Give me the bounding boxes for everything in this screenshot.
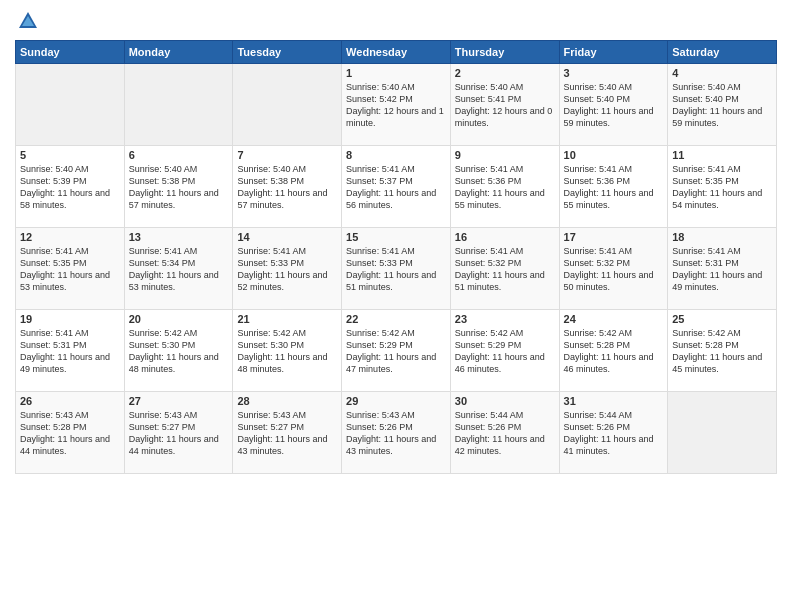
calendar-cell: 22Sunrise: 5:42 AMSunset: 5:29 PMDayligh… bbox=[342, 310, 451, 392]
day-number: 2 bbox=[455, 67, 555, 79]
weekday-header-wednesday: Wednesday bbox=[342, 41, 451, 64]
calendar-cell: 29Sunrise: 5:43 AMSunset: 5:26 PMDayligh… bbox=[342, 392, 451, 474]
day-number: 10 bbox=[564, 149, 664, 161]
day-info: Sunrise: 5:41 AMSunset: 5:31 PMDaylight:… bbox=[20, 328, 110, 374]
weekday-header-friday: Friday bbox=[559, 41, 668, 64]
calendar-cell: 28Sunrise: 5:43 AMSunset: 5:27 PMDayligh… bbox=[233, 392, 342, 474]
weekday-header-tuesday: Tuesday bbox=[233, 41, 342, 64]
day-info: Sunrise: 5:40 AMSunset: 5:42 PMDaylight:… bbox=[346, 82, 444, 128]
calendar-cell: 18Sunrise: 5:41 AMSunset: 5:31 PMDayligh… bbox=[668, 228, 777, 310]
day-number: 30 bbox=[455, 395, 555, 407]
calendar-cell: 1Sunrise: 5:40 AMSunset: 5:42 PMDaylight… bbox=[342, 64, 451, 146]
day-number: 18 bbox=[672, 231, 772, 243]
calendar-cell: 14Sunrise: 5:41 AMSunset: 5:33 PMDayligh… bbox=[233, 228, 342, 310]
day-info: Sunrise: 5:41 AMSunset: 5:32 PMDaylight:… bbox=[455, 246, 545, 292]
weekday-header-row: SundayMondayTuesdayWednesdayThursdayFrid… bbox=[16, 41, 777, 64]
day-info: Sunrise: 5:41 AMSunset: 5:32 PMDaylight:… bbox=[564, 246, 654, 292]
day-number: 6 bbox=[129, 149, 229, 161]
calendar-table: SundayMondayTuesdayWednesdayThursdayFrid… bbox=[15, 40, 777, 474]
calendar-cell: 10Sunrise: 5:41 AMSunset: 5:36 PMDayligh… bbox=[559, 146, 668, 228]
calendar-cell: 20Sunrise: 5:42 AMSunset: 5:30 PMDayligh… bbox=[124, 310, 233, 392]
calendar-cell: 6Sunrise: 5:40 AMSunset: 5:38 PMDaylight… bbox=[124, 146, 233, 228]
day-info: Sunrise: 5:41 AMSunset: 5:31 PMDaylight:… bbox=[672, 246, 762, 292]
calendar-cell: 21Sunrise: 5:42 AMSunset: 5:30 PMDayligh… bbox=[233, 310, 342, 392]
calendar-cell: 16Sunrise: 5:41 AMSunset: 5:32 PMDayligh… bbox=[450, 228, 559, 310]
day-info: Sunrise: 5:42 AMSunset: 5:28 PMDaylight:… bbox=[564, 328, 654, 374]
calendar-cell: 5Sunrise: 5:40 AMSunset: 5:39 PMDaylight… bbox=[16, 146, 125, 228]
calendar-week-2: 5Sunrise: 5:40 AMSunset: 5:39 PMDaylight… bbox=[16, 146, 777, 228]
day-number: 15 bbox=[346, 231, 446, 243]
day-number: 16 bbox=[455, 231, 555, 243]
day-number: 21 bbox=[237, 313, 337, 325]
day-info: Sunrise: 5:41 AMSunset: 5:36 PMDaylight:… bbox=[564, 164, 654, 210]
day-number: 22 bbox=[346, 313, 446, 325]
day-number: 9 bbox=[455, 149, 555, 161]
day-info: Sunrise: 5:40 AMSunset: 5:41 PMDaylight:… bbox=[455, 82, 553, 128]
calendar-cell: 7Sunrise: 5:40 AMSunset: 5:38 PMDaylight… bbox=[233, 146, 342, 228]
day-number: 17 bbox=[564, 231, 664, 243]
calendar-cell: 3Sunrise: 5:40 AMSunset: 5:40 PMDaylight… bbox=[559, 64, 668, 146]
calendar-cell: 8Sunrise: 5:41 AMSunset: 5:37 PMDaylight… bbox=[342, 146, 451, 228]
day-number: 19 bbox=[20, 313, 120, 325]
weekday-header-sunday: Sunday bbox=[16, 41, 125, 64]
calendar-cell: 25Sunrise: 5:42 AMSunset: 5:28 PMDayligh… bbox=[668, 310, 777, 392]
day-number: 26 bbox=[20, 395, 120, 407]
calendar-cell: 23Sunrise: 5:42 AMSunset: 5:29 PMDayligh… bbox=[450, 310, 559, 392]
day-info: Sunrise: 5:40 AMSunset: 5:40 PMDaylight:… bbox=[564, 82, 654, 128]
day-number: 25 bbox=[672, 313, 772, 325]
day-info: Sunrise: 5:41 AMSunset: 5:35 PMDaylight:… bbox=[20, 246, 110, 292]
day-info: Sunrise: 5:43 AMSunset: 5:27 PMDaylight:… bbox=[129, 410, 219, 456]
calendar-week-4: 19Sunrise: 5:41 AMSunset: 5:31 PMDayligh… bbox=[16, 310, 777, 392]
day-number: 28 bbox=[237, 395, 337, 407]
day-number: 11 bbox=[672, 149, 772, 161]
calendar-cell: 24Sunrise: 5:42 AMSunset: 5:28 PMDayligh… bbox=[559, 310, 668, 392]
day-number: 13 bbox=[129, 231, 229, 243]
day-info: Sunrise: 5:41 AMSunset: 5:33 PMDaylight:… bbox=[237, 246, 327, 292]
calendar-cell: 11Sunrise: 5:41 AMSunset: 5:35 PMDayligh… bbox=[668, 146, 777, 228]
calendar-cell: 17Sunrise: 5:41 AMSunset: 5:32 PMDayligh… bbox=[559, 228, 668, 310]
calendar-cell: 30Sunrise: 5:44 AMSunset: 5:26 PMDayligh… bbox=[450, 392, 559, 474]
calendar-cell bbox=[124, 64, 233, 146]
day-info: Sunrise: 5:44 AMSunset: 5:26 PMDaylight:… bbox=[564, 410, 654, 456]
day-number: 27 bbox=[129, 395, 229, 407]
day-info: Sunrise: 5:43 AMSunset: 5:27 PMDaylight:… bbox=[237, 410, 327, 456]
day-number: 23 bbox=[455, 313, 555, 325]
calendar-week-1: 1Sunrise: 5:40 AMSunset: 5:42 PMDaylight… bbox=[16, 64, 777, 146]
calendar-cell: 12Sunrise: 5:41 AMSunset: 5:35 PMDayligh… bbox=[16, 228, 125, 310]
calendar-week-3: 12Sunrise: 5:41 AMSunset: 5:35 PMDayligh… bbox=[16, 228, 777, 310]
weekday-header-monday: Monday bbox=[124, 41, 233, 64]
header bbox=[15, 10, 777, 32]
day-number: 5 bbox=[20, 149, 120, 161]
day-number: 12 bbox=[20, 231, 120, 243]
calendar-cell bbox=[233, 64, 342, 146]
day-number: 31 bbox=[564, 395, 664, 407]
day-info: Sunrise: 5:40 AMSunset: 5:38 PMDaylight:… bbox=[129, 164, 219, 210]
day-info: Sunrise: 5:40 AMSunset: 5:40 PMDaylight:… bbox=[672, 82, 762, 128]
calendar-cell: 19Sunrise: 5:41 AMSunset: 5:31 PMDayligh… bbox=[16, 310, 125, 392]
calendar-cell bbox=[16, 64, 125, 146]
weekday-header-saturday: Saturday bbox=[668, 41, 777, 64]
logo-icon bbox=[17, 10, 39, 32]
day-info: Sunrise: 5:41 AMSunset: 5:34 PMDaylight:… bbox=[129, 246, 219, 292]
day-number: 8 bbox=[346, 149, 446, 161]
calendar-cell: 15Sunrise: 5:41 AMSunset: 5:33 PMDayligh… bbox=[342, 228, 451, 310]
day-info: Sunrise: 5:44 AMSunset: 5:26 PMDaylight:… bbox=[455, 410, 545, 456]
day-info: Sunrise: 5:43 AMSunset: 5:28 PMDaylight:… bbox=[20, 410, 110, 456]
calendar-cell: 13Sunrise: 5:41 AMSunset: 5:34 PMDayligh… bbox=[124, 228, 233, 310]
day-number: 24 bbox=[564, 313, 664, 325]
calendar-cell: 27Sunrise: 5:43 AMSunset: 5:27 PMDayligh… bbox=[124, 392, 233, 474]
day-info: Sunrise: 5:43 AMSunset: 5:26 PMDaylight:… bbox=[346, 410, 436, 456]
calendar-cell: 9Sunrise: 5:41 AMSunset: 5:36 PMDaylight… bbox=[450, 146, 559, 228]
day-info: Sunrise: 5:42 AMSunset: 5:29 PMDaylight:… bbox=[346, 328, 436, 374]
day-info: Sunrise: 5:41 AMSunset: 5:37 PMDaylight:… bbox=[346, 164, 436, 210]
day-info: Sunrise: 5:42 AMSunset: 5:29 PMDaylight:… bbox=[455, 328, 545, 374]
day-number: 14 bbox=[237, 231, 337, 243]
calendar-cell: 4Sunrise: 5:40 AMSunset: 5:40 PMDaylight… bbox=[668, 64, 777, 146]
day-info: Sunrise: 5:41 AMSunset: 5:33 PMDaylight:… bbox=[346, 246, 436, 292]
day-number: 1 bbox=[346, 67, 446, 79]
day-info: Sunrise: 5:40 AMSunset: 5:39 PMDaylight:… bbox=[20, 164, 110, 210]
logo bbox=[15, 10, 39, 32]
calendar-cell: 2Sunrise: 5:40 AMSunset: 5:41 PMDaylight… bbox=[450, 64, 559, 146]
day-info: Sunrise: 5:42 AMSunset: 5:30 PMDaylight:… bbox=[237, 328, 327, 374]
day-number: 20 bbox=[129, 313, 229, 325]
